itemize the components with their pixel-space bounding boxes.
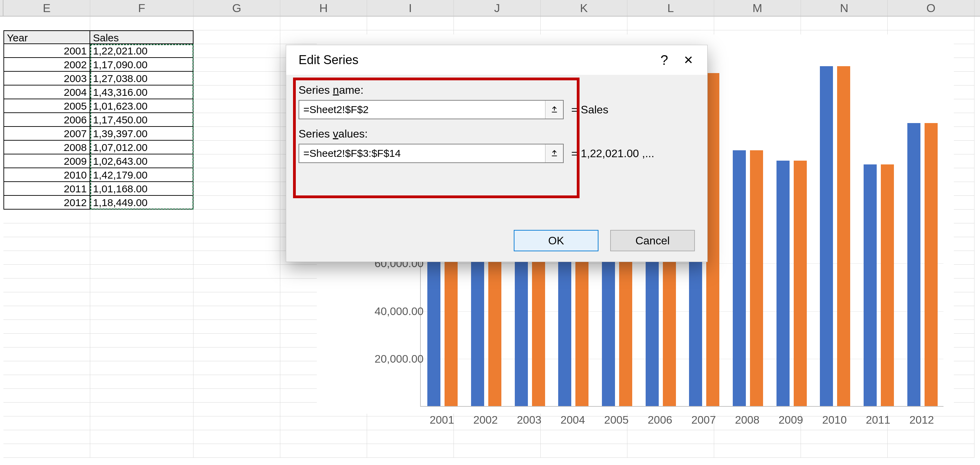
column-header[interactable]: K bbox=[541, 0, 627, 16]
cell[interactable] bbox=[194, 127, 280, 141]
cell[interactable]: 1,27,038.00 bbox=[90, 72, 194, 85]
column-header[interactable]: J bbox=[454, 0, 541, 16]
cell[interactable] bbox=[194, 389, 280, 403]
cell[interactable] bbox=[90, 430, 194, 444]
column-header[interactable]: F bbox=[90, 0, 194, 16]
cell[interactable] bbox=[3, 444, 90, 458]
cell[interactable] bbox=[90, 209, 194, 224]
cell[interactable] bbox=[194, 30, 280, 44]
cell[interactable] bbox=[90, 347, 194, 361]
cell[interactable] bbox=[90, 403, 194, 416]
cell[interactable] bbox=[627, 444, 714, 458]
cell[interactable] bbox=[194, 209, 280, 224]
cell[interactable] bbox=[888, 444, 975, 458]
cell[interactable] bbox=[3, 334, 90, 347]
help-icon[interactable]: ? bbox=[652, 50, 676, 70]
cell[interactable] bbox=[194, 306, 280, 320]
cell[interactable] bbox=[627, 430, 714, 444]
chart-bar[interactable] bbox=[733, 150, 746, 406]
cell[interactable] bbox=[90, 361, 194, 375]
cell[interactable] bbox=[454, 16, 541, 30]
cancel-button[interactable]: Cancel bbox=[610, 230, 695, 251]
cell[interactable]: 2009 bbox=[3, 154, 90, 168]
cell[interactable] bbox=[194, 58, 280, 72]
cell[interactable] bbox=[90, 237, 194, 251]
cell[interactable] bbox=[888, 430, 975, 444]
cell[interactable] bbox=[3, 320, 90, 334]
chart-bar[interactable] bbox=[706, 73, 719, 406]
cell[interactable] bbox=[3, 430, 90, 444]
cell[interactable]: 1,17,450.00 bbox=[90, 113, 194, 127]
cell[interactable]: 2007 bbox=[3, 127, 90, 141]
cell[interactable] bbox=[3, 389, 90, 403]
cell[interactable] bbox=[280, 444, 367, 458]
cell[interactable] bbox=[90, 265, 194, 278]
chart-bar[interactable] bbox=[750, 150, 763, 406]
cell[interactable] bbox=[367, 16, 454, 30]
cell[interactable]: 1,01,168.00 bbox=[90, 182, 194, 196]
cell[interactable]: 2005 bbox=[3, 99, 90, 113]
column-header[interactable]: N bbox=[801, 0, 888, 16]
cell[interactable] bbox=[194, 292, 280, 306]
cell[interactable] bbox=[801, 430, 888, 444]
chart-bar[interactable] bbox=[907, 123, 920, 406]
cell[interactable] bbox=[3, 375, 90, 389]
cell[interactable]: 2008 bbox=[3, 141, 90, 154]
cell[interactable] bbox=[194, 44, 280, 58]
cell[interactable]: 2006 bbox=[3, 113, 90, 127]
cell[interactable] bbox=[194, 416, 280, 430]
cell[interactable] bbox=[541, 16, 627, 30]
cell[interactable] bbox=[90, 334, 194, 347]
chart-bar[interactable] bbox=[794, 161, 807, 406]
cell[interactable] bbox=[90, 389, 194, 403]
cell[interactable] bbox=[714, 444, 801, 458]
cell[interactable] bbox=[194, 430, 280, 444]
cell[interactable] bbox=[541, 444, 627, 458]
cell[interactable] bbox=[194, 224, 280, 237]
cell[interactable] bbox=[90, 16, 194, 30]
cell[interactable] bbox=[280, 416, 367, 430]
cell[interactable] bbox=[90, 292, 194, 306]
cell[interactable] bbox=[194, 154, 280, 168]
close-icon[interactable]: ✕ bbox=[676, 50, 700, 70]
cell[interactable]: Year bbox=[3, 30, 90, 44]
column-header[interactable]: O bbox=[888, 0, 975, 16]
cell[interactable] bbox=[367, 444, 454, 458]
dialog-titlebar[interactable]: Edit Series ? ✕ bbox=[286, 45, 707, 75]
cell[interactable] bbox=[194, 141, 280, 154]
cell[interactable] bbox=[3, 209, 90, 224]
chart-bar[interactable] bbox=[881, 165, 894, 406]
chart-bar[interactable] bbox=[776, 161, 789, 406]
cell[interactable]: 2011 bbox=[3, 182, 90, 196]
cell[interactable] bbox=[3, 416, 90, 430]
cell[interactable] bbox=[194, 361, 280, 375]
cell[interactable] bbox=[714, 430, 801, 444]
cell[interactable] bbox=[3, 16, 90, 30]
chart-bar[interactable] bbox=[864, 165, 877, 406]
cell[interactable] bbox=[367, 430, 454, 444]
cell[interactable] bbox=[194, 168, 280, 182]
cell[interactable] bbox=[3, 237, 90, 251]
collapse-dialog-icon[interactable] bbox=[545, 144, 563, 162]
column-header[interactable]: L bbox=[627, 0, 714, 16]
cell[interactable] bbox=[194, 237, 280, 251]
column-header[interactable]: E bbox=[3, 0, 90, 16]
column-header[interactable]: I bbox=[367, 0, 454, 16]
cell[interactable] bbox=[90, 375, 194, 389]
cell[interactable] bbox=[194, 16, 280, 30]
cell[interactable] bbox=[454, 430, 541, 444]
cell[interactable] bbox=[888, 16, 975, 30]
cell[interactable]: 1,07,012.00 bbox=[90, 141, 194, 154]
cell[interactable]: 1,17,090.00 bbox=[90, 58, 194, 72]
cell[interactable]: 1,18,449.00 bbox=[90, 196, 194, 209]
chart-bar[interactable] bbox=[924, 123, 938, 406]
cell[interactable] bbox=[280, 430, 367, 444]
cell[interactable]: 1,39,397.00 bbox=[90, 127, 194, 141]
cell[interactable]: 1,02,643.00 bbox=[90, 154, 194, 168]
series-name-refedit[interactable] bbox=[299, 100, 564, 119]
cell[interactable] bbox=[194, 265, 280, 278]
cell[interactable]: 2001 bbox=[3, 44, 90, 58]
cell[interactable] bbox=[3, 278, 90, 292]
cell[interactable]: 1,22,021.00 bbox=[90, 44, 194, 58]
cell[interactable] bbox=[90, 320, 194, 334]
